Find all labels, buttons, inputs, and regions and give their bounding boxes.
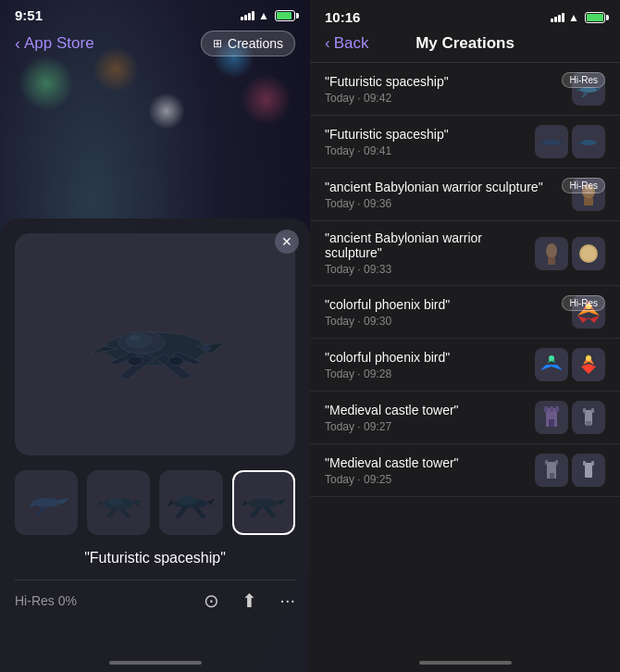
svg-rect-37 [555,460,558,465]
creation-thumbs [535,348,605,381]
creation-item-2[interactable]: "Futuristic spaceship" Today · 09:41 [310,116,620,168]
signal-icon [241,11,254,20]
creation-info: "ancient Babylonian warrior sculpture" T… [325,230,535,276]
wifi-icon: ▲ [258,9,269,22]
svg-rect-36 [545,460,548,465]
creation-item-3[interactable]: "ancient Babylonian warrior sculpture" T… [310,168,620,221]
status-time: 9:51 [15,7,43,23]
thumb-item [535,348,568,381]
home-indicator [310,653,620,672]
creation-info: "ancient Babylonian warrior sculpture" T… [325,180,572,210]
status-icons: ▲ [241,9,295,22]
svg-rect-38 [550,473,554,479]
back-button[interactable]: ‹ App Store [15,34,94,54]
creation-item-8[interactable]: "Medieval castle tower" Today · 09:25 [310,444,620,497]
right-back-label: Back [334,34,369,53]
home-indicator [0,653,310,672]
svg-point-25 [586,355,591,361]
creations-label: Creations [228,36,283,51]
creation-item-1[interactable]: "Futuristic spaceship" Today · 09:42 Hi-… [310,63,620,116]
footer-actions: ⊙ ⬆ ··· [204,590,295,612]
svg-point-7 [32,498,60,507]
thumbnail-1[interactable] [15,470,78,535]
creation-time: Today · 09:30 [325,315,572,328]
svg-rect-17 [584,198,593,205]
share-icon[interactable]: ⬆ [242,590,257,612]
battery-icon [275,10,295,21]
svg-point-19 [546,243,557,258]
svg-rect-28 [550,406,553,412]
creations-button[interactable]: ⊞ Creations [201,31,295,56]
creation-thumbs [535,401,605,434]
creation-item-6[interactable]: "colorful phoenix bird" Today · 09:28 [310,339,620,392]
creation-item-7[interactable]: "Medieval castle tower" Today · 09:27 [310,392,620,444]
svg-rect-30 [549,419,554,427]
svg-point-12 [248,499,278,508]
left-panel: 9:51 ▲ ‹ App Store ⊞ Creations ✕ [0,0,310,672]
creation-info: "Futuristic spaceship" Today · 09:42 [325,74,572,105]
spaceship-display [15,233,295,455]
creation-info: "Futuristic spaceship" Today · 09:41 [325,127,535,157]
thumb-item [535,125,568,158]
thumbnail-2[interactable] [87,470,150,535]
right-status-icons: ▲ [551,11,605,24]
page-title: My Creations [415,34,515,53]
svg-rect-27 [544,406,548,412]
creation-name: "Futuristic spaceship" [325,127,535,142]
thumbnail-3[interactable] [159,470,222,535]
left-nav: ‹ App Store ⊞ Creations [0,27,310,64]
svg-point-24 [549,355,554,361]
thumb-item [572,401,605,434]
svg-point-6 [202,345,211,351]
svg-point-3 [168,356,183,366]
hi-res-badge: Hi-Res [562,295,605,311]
svg-rect-20 [548,257,555,265]
creation-time: Today · 09:25 [325,473,535,486]
spaceship-modal: ✕ [0,218,310,672]
home-bar [109,661,202,665]
svg-rect-34 [586,421,591,426]
creation-time: Today · 09:42 [325,92,572,105]
creation-name: "ancient Babylonian warrior sculpture" [325,230,535,260]
svg-rect-33 [591,408,594,413]
creation-name: "Medieval castle tower" [325,403,535,417]
wifi-icon: ▲ [568,11,579,24]
right-back-button[interactable]: ‹ Back [325,34,380,53]
thumb-item [535,401,568,434]
download-icon[interactable]: ⊙ [204,590,219,612]
creation-time: Today · 09:33 [325,263,535,276]
chevron-left-icon: ‹ [325,34,330,53]
modal-footer: Hi-Res 0% ⊙ ⬆ ··· [15,579,295,612]
more-icon[interactable]: ··· [279,590,295,612]
creation-item-5[interactable]: "colorful phoenix bird" Today · 09:30 Hi… [310,286,620,339]
creation-thumbs [535,125,605,158]
creation-info: "Medieval castle tower" Today · 09:27 [325,403,535,433]
svg-point-9 [108,498,123,505]
close-button[interactable]: ✕ [275,230,299,254]
right-nav: ‹ Back My Creations [310,31,620,63]
bg-decoration [19,56,74,111]
creation-thumbs [535,454,605,487]
thumbnail-row [15,470,295,535]
creations-list: "Futuristic spaceship" Today · 09:42 Hi-… [310,63,620,653]
svg-point-22 [581,246,596,261]
grid-icon: ⊞ [213,37,222,50]
status-bar: 9:51 ▲ [0,0,310,27]
creation-info: "colorful phoenix bird" Today · 09:30 [325,297,572,328]
back-label: App Store [24,34,94,53]
creation-time: Today · 09:41 [325,144,535,157]
creation-item-4[interactable]: "ancient Babylonian warrior sculpture" T… [310,221,620,286]
svg-point-11 [178,496,196,505]
svg-rect-41 [591,461,594,466]
thumb-item [535,454,568,487]
hires-label: Hi-Res 0% [15,593,77,608]
thumb-item [572,454,605,487]
creation-info: "Medieval castle tower" Today · 09:25 [325,455,535,486]
svg-point-14 [543,140,560,145]
thumb-item [535,237,568,270]
hi-res-badge: Hi-Res [562,72,605,88]
thumbnail-4[interactable] [232,470,295,535]
creation-info: "colorful phoenix bird" Today · 09:28 [325,350,535,380]
creation-name: "colorful phoenix bird" [325,297,572,312]
creation-time: Today · 09:36 [325,197,572,210]
